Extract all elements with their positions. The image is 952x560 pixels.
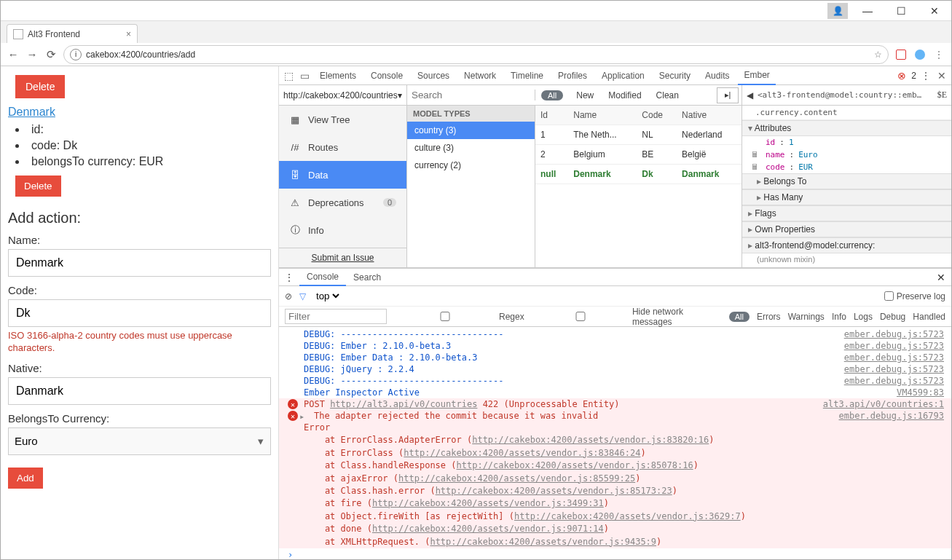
filter-icon[interactable]: ▽ — [299, 291, 306, 301]
col-header[interactable]: Code — [637, 106, 677, 125]
native-input[interactable] — [8, 377, 271, 405]
tab-elements[interactable]: Elements — [314, 66, 362, 85]
section-flags[interactable]: Flags — [742, 205, 951, 221]
tab-network[interactable]: Network — [458, 66, 502, 85]
level-all[interactable]: All — [729, 312, 750, 322]
site-info-icon[interactable]: i — [70, 49, 82, 60]
section-own-properties[interactable]: Own Properties — [742, 221, 951, 237]
tab-title: Alt3 Frontend — [28, 29, 80, 39]
drawer-tab-console[interactable]: Console — [299, 269, 346, 286]
code-error: ISO 3166-alpha-2 country codes must use … — [8, 330, 271, 355]
error-indicator-icon[interactable]: ⊗ — [895, 69, 908, 82]
menu-icon[interactable]: ⋮ — [932, 48, 945, 61]
close-button[interactable]: ✕ — [918, 1, 951, 21]
tab-timeline[interactable]: Timeline — [505, 66, 549, 85]
model-item[interactable]: culture (3) — [407, 139, 535, 157]
back-icon[interactable]: ← — [7, 48, 20, 61]
inspect-icon[interactable]: ⬚ — [282, 69, 295, 82]
tab-profiles[interactable]: Profiles — [552, 66, 593, 85]
reload-icon[interactable]: ⟳ — [44, 48, 58, 61]
back-icon[interactable]: ◀ — [747, 90, 753, 100]
filter-modified[interactable]: Modified — [601, 90, 648, 100]
drawer-tab-search[interactable]: Search — [346, 269, 388, 286]
hash-icon: /# — [289, 142, 301, 153]
close-icon[interactable]: × — [126, 29, 131, 39]
sidebar-item-deprecations[interactable]: ⚠Deprecations0 — [279, 189, 406, 216]
drawer-close-icon[interactable]: ✕ — [931, 272, 951, 283]
ext2-icon[interactable] — [913, 48, 927, 61]
detail-code: code: Dk — [15, 139, 271, 152]
regex-checkbox[interactable]: Regex — [394, 312, 524, 322]
drawer-menu-icon[interactable]: ⋮ — [279, 272, 299, 283]
ext1-icon[interactable] — [894, 48, 908, 61]
tab-audits[interactable]: Audits — [699, 66, 735, 85]
stack-frame: at done (http://cakebox:4200/assets/vend… — [279, 523, 951, 535]
filter-clean[interactable]: Clean — [649, 90, 686, 100]
section-attributes[interactable]: Attributes — [742, 120, 951, 136]
sidebar-item-routes[interactable]: /#Routes — [279, 133, 406, 161]
tab-ember[interactable]: Ember — [738, 66, 775, 85]
delete-button[interactable]: Delete — [15, 75, 65, 98]
level-handled[interactable]: Handled — [913, 312, 945, 322]
url-field[interactable]: i cakebox:4200/countries/add ☆ — [63, 45, 889, 64]
maximize-button[interactable]: ☐ — [884, 1, 918, 21]
country-link[interactable]: Denmark — [8, 106, 55, 118]
console-filter-input[interactable] — [285, 309, 387, 324]
level-debug[interactable]: Debug — [880, 312, 905, 322]
name-input[interactable] — [8, 249, 271, 277]
filter-new[interactable]: New — [569, 90, 601, 100]
inspector-url-dropdown[interactable]: http://cakebox:4200/countries ▾ — [279, 85, 407, 105]
tab-application[interactable]: Application — [596, 66, 650, 85]
minimize-button[interactable]: — — [851, 1, 884, 21]
level-warnings[interactable]: Warnings — [788, 312, 825, 322]
submit-issue-link[interactable]: Submit an Issue — [279, 248, 406, 267]
section-belongsto[interactable]: Belongs To — [742, 173, 951, 189]
level-logs[interactable]: Logs — [854, 312, 873, 322]
level-errors[interactable]: Errors — [757, 312, 781, 322]
forward-icon[interactable]: → — [25, 48, 39, 61]
model-item[interactable]: country (3) — [407, 122, 535, 139]
table-row[interactable]: 1The Neth...NLNederland — [535, 125, 741, 145]
console-prompt[interactable]: › — [279, 548, 951, 559]
sidebar-item-viewtree[interactable]: ▦View Tree — [279, 106, 406, 133]
sidebar-item-data[interactable]: 🗄Data — [279, 161, 406, 189]
devtools-tabbar: ⬚ ▭ Elements Console Sources Network Tim… — [279, 66, 951, 85]
native-label: Native: — [8, 362, 271, 374]
inspector-nav-icon[interactable]: ▸| — [717, 87, 739, 103]
col-header[interactable]: Name — [568, 106, 637, 125]
clear-console-icon[interactable]: ⊘ — [285, 291, 292, 301]
filter-all[interactable]: All — [541, 90, 563, 100]
devtools-menu-icon[interactable]: ⋮ — [919, 69, 932, 82]
devtools-close-icon[interactable]: ✕ — [935, 69, 948, 82]
preserve-log-checkbox[interactable]: Preserve log — [884, 291, 945, 301]
browser-tab[interactable]: Alt3 Frontend × — [7, 24, 138, 43]
device-icon[interactable]: ▭ — [298, 69, 311, 82]
tab-console[interactable]: Console — [365, 66, 409, 85]
tab-sources[interactable]: Sources — [412, 66, 455, 85]
app-pane: Delete Denmark id: code: Dk belongsTo cu… — [1, 66, 279, 559]
section-hasmany[interactable]: Has Many — [742, 189, 951, 205]
table-row[interactable]: nullDenmarkDkDanmark — [535, 165, 741, 184]
model-search-input[interactable] — [412, 90, 530, 100]
tab-security[interactable]: Security — [653, 66, 696, 85]
model-item[interactable]: currency (2) — [407, 157, 535, 174]
hide-network-checkbox[interactable]: Hide network messages — [532, 307, 722, 327]
add-button[interactable]: Add — [8, 468, 43, 489]
section-model-currency[interactable]: alt3-frontend@model:currency: — [742, 237, 951, 253]
delete-button-2[interactable]: Delete — [15, 176, 61, 197]
currency-select[interactable]: Euro — [8, 427, 271, 455]
user-icon[interactable]: 👤 — [827, 3, 848, 19]
col-header[interactable]: Native — [677, 106, 741, 125]
sidebar-item-info[interactable]: ⓘInfo — [279, 216, 406, 244]
table-row[interactable]: 2BelgiumBEBelgië — [535, 145, 741, 165]
context-select[interactable]: top — [313, 290, 342, 302]
info-icon: ⓘ — [289, 224, 301, 237]
add-action-heading: Add action: — [8, 210, 271, 226]
star-icon[interactable]: ☆ — [874, 50, 882, 60]
col-header[interactable]: Id — [535, 106, 568, 125]
level-info[interactable]: Info — [832, 312, 846, 322]
error-count: 2 — [911, 71, 916, 81]
code-input[interactable] — [8, 299, 271, 327]
evar-button[interactable]: $E — [937, 90, 947, 100]
console-line: DEBUG: -------------------------------em… — [279, 328, 951, 340]
